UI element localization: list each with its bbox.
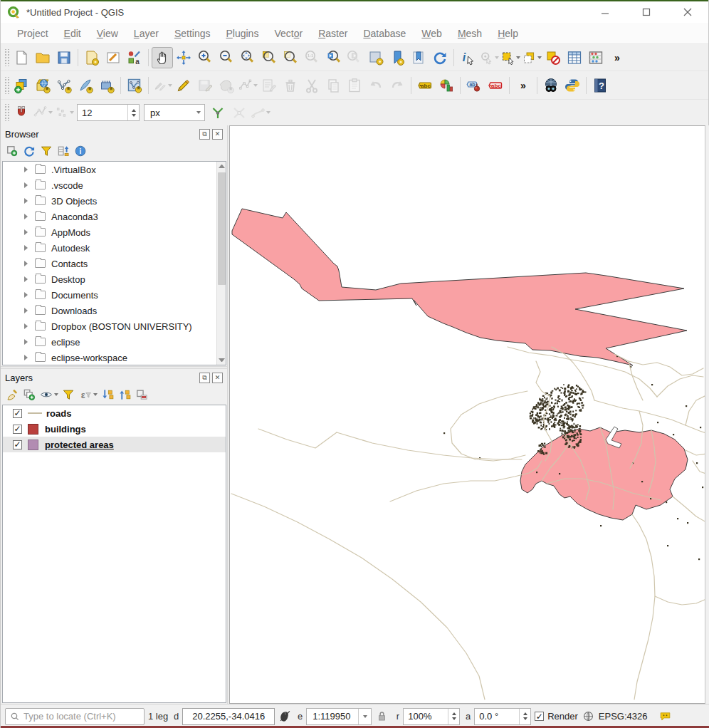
expand-arrow-icon[interactable] [24, 276, 28, 282]
zoom-next-button[interactable] [344, 47, 365, 68]
delete-selected-button[interactable] [280, 75, 301, 96]
spinner-arrows[interactable] [127, 105, 139, 120]
expand-arrow-icon[interactable] [24, 182, 28, 188]
browser-item--vscode[interactable]: .vscode [3, 177, 226, 193]
zoom-out-button[interactable] [216, 47, 237, 68]
label-unplaced-button[interactable]: abc [485, 75, 506, 96]
save-edits-button[interactable] [194, 75, 216, 96]
crs-indicator[interactable]: EPSG:4326 [599, 711, 648, 722]
browser-item--virtualbox[interactable]: .VirtualBox [3, 162, 226, 177]
expand-arrow-icon[interactable] [24, 355, 28, 360]
help-contents-button[interactable]: ? [589, 75, 611, 96]
render-checkbox-box[interactable]: ✓ [535, 712, 544, 721]
messages-bubble-icon[interactable] [658, 709, 672, 723]
browser-item-documents[interactable]: Documents [3, 287, 226, 303]
crs-globe-icon[interactable] [582, 709, 595, 723]
expand-arrow-icon[interactable] [24, 245, 28, 251]
collapse-tree-button[interactable] [56, 144, 70, 158]
browser-float-button[interactable]: ⧉ [199, 129, 210, 140]
tracing-button[interactable] [250, 102, 271, 123]
redo-button[interactable] [387, 75, 408, 96]
layer-row-buildings[interactable]: ✓buildings [3, 421, 226, 437]
expand-arrow-icon[interactable] [24, 308, 28, 313]
menu-mesh[interactable]: Mesh [450, 25, 490, 42]
scroll-thumb[interactable] [218, 172, 226, 285]
map-canvas[interactable] [229, 125, 705, 704]
filter-expression-dropdown-arrow[interactable] [93, 393, 98, 396]
zoom-to-layer-button[interactable] [280, 47, 301, 68]
filter-expression-button[interactable]: ε [78, 388, 98, 402]
layer-visibility-checkbox[interactable]: ✓ [13, 425, 22, 434]
render-checkbox[interactable]: ✓ Render [535, 711, 578, 722]
remove-layer-button[interactable] [135, 388, 149, 402]
data-source-manager-button[interactable] [11, 75, 32, 96]
browser-item-eclipse[interactable]: eclipse [3, 334, 226, 350]
zoom-in-button[interactable] [194, 47, 216, 68]
menu-help[interactable]: Help [490, 25, 526, 42]
browser-item-contacts[interactable]: Contacts [3, 256, 226, 271]
scale-combo[interactable]: 1:119950 [306, 708, 372, 725]
expand-arrow-icon[interactable] [24, 229, 28, 235]
label-abc-button[interactable]: abc [414, 75, 436, 96]
menu-view[interactable]: View [89, 25, 126, 42]
magnifier-spinbox[interactable]: 100% [403, 708, 460, 725]
toolbar-grip[interactable] [4, 104, 9, 121]
add-raster-layer-button[interactable]: * [32, 75, 53, 96]
add-feature-button[interactable]: * [216, 75, 237, 96]
browser-item-anaconda3[interactable]: Anaconda3 [3, 209, 226, 224]
show-layout-manager-button[interactable] [103, 47, 124, 68]
zoom-native-button[interactable]: 1:1 [301, 47, 322, 68]
menu-plugins[interactable]: Plugins [218, 25, 266, 42]
run-feature-action-button[interactable] [478, 47, 500, 68]
copy-features-button[interactable] [322, 75, 344, 96]
select-features-dropdown-arrow[interactable] [516, 56, 520, 59]
expand-arrow-icon[interactable] [24, 323, 28, 329]
manage-visibility-button[interactable] [39, 388, 58, 402]
current-edits-dropdown-arrow[interactable] [168, 84, 172, 87]
snap-tolerance-dropdown-arrow[interactable] [70, 111, 74, 114]
layer-row-protected-areas[interactable]: ✓protected areas [3, 437, 226, 452]
select-by-value-button[interactable] [521, 47, 542, 68]
open-attribute-table-button[interactable] [564, 47, 585, 68]
current-edits-button[interactable] [152, 75, 173, 96]
pan-to-selection-button[interactable] [173, 47, 194, 68]
browser-item-downloads[interactable]: Downloads [3, 303, 226, 318]
deselect-features-button[interactable] [542, 47, 564, 68]
browser-properties-button[interactable]: i [73, 144, 88, 158]
expand-arrow-icon[interactable] [24, 198, 28, 204]
field-calculator-button[interactable] [585, 47, 606, 68]
scroll-up-arrow[interactable] [219, 165, 225, 168]
cut-features-button[interactable] [301, 75, 322, 96]
new-map-view-button[interactable] [365, 47, 387, 68]
add-group-button[interactable] [22, 388, 36, 402]
locator-search-input[interactable]: Type to locate (Ctrl+K) [5, 708, 145, 725]
collapse-all-button[interactable] [117, 388, 132, 402]
menu-settings[interactable]: Settings [167, 25, 219, 42]
python-console-button[interactable] [562, 75, 583, 96]
snap-tolerance-button[interactable] [53, 102, 75, 123]
coordinate-input[interactable]: 20.2255,-34.0416 [182, 708, 275, 725]
menu-raster[interactable]: Raster [310, 25, 355, 42]
browser-item-dropbox-boston-university-[interactable]: Dropbox (BOSTON UNIVERSITY) [3, 318, 226, 334]
manage-visibility-dropdown-arrow[interactable] [54, 393, 58, 396]
styling-brush-button[interactable] [5, 388, 19, 402]
toolbar-grip[interactable] [4, 77, 9, 94]
minimize-button[interactable] [584, 1, 626, 23]
toggle-editing-button[interactable] [173, 75, 194, 96]
browser-item-autodesk[interactable]: Autodesk [3, 240, 226, 256]
extents-mouse-icon[interactable] [278, 709, 292, 723]
filter-funnel-button[interactable] [61, 388, 75, 402]
add-delimited-layer-button[interactable]: * [75, 75, 96, 96]
browser-scrollbar[interactable] [216, 162, 226, 365]
undo-button[interactable] [365, 75, 387, 96]
layer-row-roads[interactable]: ✓roads [3, 405, 226, 421]
refresh-button[interactable] [429, 47, 451, 68]
select-by-value-dropdown-arrow[interactable] [537, 56, 542, 59]
browser-item-desktop[interactable]: Desktop [3, 271, 226, 287]
browser-add-layer-button[interactable] [5, 144, 19, 158]
label-pin-button[interactable]: ab [463, 75, 485, 96]
snap-vertex-button[interactable] [32, 102, 53, 123]
zoom-full-button[interactable] [237, 47, 258, 68]
browser-item-appmods[interactable]: AppMods [3, 224, 226, 240]
layer-visibility-checkbox[interactable]: ✓ [13, 409, 22, 418]
